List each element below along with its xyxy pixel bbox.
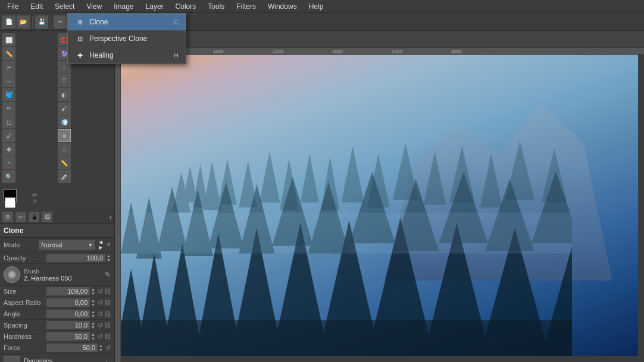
tool-rect-select[interactable]: ⬜ (2, 33, 15, 46)
background-color[interactable] (5, 197, 15, 208)
save-button[interactable]: 💾 (35, 15, 48, 29)
size-up[interactable]: ▲ (91, 287, 95, 291)
menu-clone-item[interactable]: ⊕ Clone C (68, 14, 186, 30)
menu-view[interactable]: View (82, 1, 107, 12)
hardness-up[interactable]: ▲ (91, 332, 95, 336)
angle-input[interactable]: 0,00 (46, 310, 90, 318)
tool-bucket-fill[interactable]: 🪣 (2, 88, 15, 101)
tool-blend[interactable]: ◐ (58, 88, 71, 101)
tool-dodge-burn[interactable]: ○ (58, 143, 71, 156)
tool-measure[interactable]: 📏 (58, 156, 71, 169)
aspect-ratio-input[interactable]: 0,00 (46, 298, 90, 307)
tool-free-select[interactable]: ✏️ (2, 47, 15, 60)
tool-paintbrush[interactable]: 🖌 (58, 102, 71, 115)
opacity-down[interactable]: ▼ (107, 258, 111, 262)
size-reset[interactable]: ↺ (98, 288, 103, 295)
tool-pencil[interactable]: ✏ (2, 102, 15, 115)
angle-row: Angle 0,00 ▲ ▼ ↺ ⛓ (0, 309, 114, 320)
open-button[interactable]: 📂 (17, 15, 30, 29)
cut-button[interactable]: ✂ (54, 15, 67, 29)
angle-link[interactable]: ⛓ (104, 310, 111, 317)
spacing-up[interactable]: ▲ (91, 321, 95, 325)
opacity-input[interactable]: 100,0 (46, 254, 105, 262)
menu-filters[interactable]: Filters (232, 1, 261, 12)
brush-label: Brush (24, 268, 101, 275)
size-link[interactable]: ⛓ (104, 288, 111, 295)
hardness-input[interactable]: 50,0 (46, 332, 90, 341)
size-down[interactable]: ▼ (91, 291, 95, 295)
brush-edit-btn[interactable]: ✎ (105, 270, 111, 279)
angle-up[interactable]: ▲ (91, 310, 95, 314)
menu-file[interactable]: File (2, 1, 23, 12)
menu-perspective-clone-item[interactable]: ⊞ Perspective Clone (68, 30, 186, 47)
menu-edit[interactable]: Edit (26, 1, 48, 12)
menu-tools[interactable]: Tools (203, 1, 229, 12)
spacing-link[interactable]: ⛓ (104, 322, 111, 329)
tool-zoom[interactable]: 🔍 (2, 170, 15, 183)
menu-image[interactable]: Image (109, 1, 138, 12)
ruler-label-2000: 2000 (332, 49, 343, 54)
mode-select[interactable]: Normal ▼ (39, 240, 95, 250)
tool-text[interactable]: T (58, 74, 71, 87)
force-input[interactable]: 50,0 (46, 344, 98, 352)
menu-select[interactable]: Select (50, 1, 79, 12)
healing-shortcut: H (174, 52, 179, 59)
tool-color-picker[interactable]: 💉 (58, 170, 71, 183)
opacity-up[interactable]: ▲ (107, 254, 111, 258)
tool-options-tab[interactable]: ⚙ (2, 212, 13, 222)
options-tabs: ⚙ ↩ 📱 🖼 › (0, 210, 114, 224)
healing-label: Healing (89, 51, 114, 59)
angle-down[interactable]: ▼ (91, 314, 95, 318)
hardness-down[interactable]: ▼ (91, 336, 95, 341)
svg-marker-13 (424, 151, 446, 204)
swap-colors[interactable]: ⇌ (32, 192, 37, 199)
hardness-label: Hardness (4, 333, 45, 340)
healing-icon: ✚ (75, 51, 85, 60)
image-canvas[interactable] (121, 55, 638, 356)
dynamics-icon[interactable]: ◈ (4, 356, 20, 362)
menu-windows[interactable]: Windows (263, 1, 302, 12)
undo-history-tab[interactable]: ↩ (15, 212, 26, 222)
brush-preview-inner (7, 270, 17, 279)
canvas-area[interactable]: 500 1000 1500 2000 2500 3000 (115, 48, 644, 362)
brush-preview[interactable] (4, 266, 20, 283)
mode-next[interactable]: ▶ (99, 245, 102, 250)
tool-clone[interactable]: ⊕ (58, 129, 71, 142)
hardness-link[interactable]: ⛓ (104, 333, 111, 340)
force-down[interactable]: ▼ (99, 348, 103, 352)
tool-flip[interactable]: ↔ (2, 74, 15, 87)
menu-healing-item[interactable]: ✚ Healing H (68, 47, 186, 64)
force-reset[interactable]: ↺ (105, 344, 111, 352)
size-input[interactable]: 109,00 (46, 287, 90, 295)
mode-prev[interactable]: ◀ (99, 240, 102, 245)
mode-reset[interactable]: ↺ (106, 242, 111, 248)
new-button[interactable]: 📄 (2, 15, 15, 29)
ruler-horizontal: 500 1000 1500 2000 2500 3000 (121, 48, 644, 55)
tool-crop[interactable]: ✂ (2, 61, 15, 74)
device-status-tab[interactable]: 📱 (29, 212, 39, 222)
spacing-reset[interactable]: ↺ (98, 322, 103, 329)
tool-heal[interactable]: ✚ (2, 143, 15, 156)
tool-airbrush[interactable]: 💨 (58, 115, 71, 128)
tool-eraser[interactable]: ◻ (2, 115, 15, 128)
images-tab[interactable]: 🖼 (42, 212, 52, 222)
angle-label: Angle (4, 310, 45, 317)
spacing-down[interactable]: ▼ (91, 325, 95, 329)
angle-reset[interactable]: ↺ (98, 310, 103, 318)
options-collapse-btn[interactable]: › (109, 212, 112, 222)
aspect-ratio-up[interactable]: ▲ (91, 298, 95, 303)
ruler-label-3000: 3000 (451, 49, 462, 54)
dynamics-title: Dynamics (24, 357, 101, 362)
menu-colors[interactable]: Colors (171, 1, 201, 12)
aspect-ratio-reset[interactable]: ↺ (98, 299, 103, 307)
tool-smudge[interactable]: ~ (2, 156, 15, 169)
hardness-reset[interactable]: ↺ (98, 333, 103, 341)
aspect-ratio-down[interactable]: ▼ (91, 303, 95, 307)
tool-ink[interactable]: 🖊 (2, 129, 15, 142)
force-up[interactable]: ▲ (99, 344, 103, 348)
spacing-input[interactable]: 10,0 (46, 321, 90, 329)
menu-layer[interactable]: Layer (141, 1, 168, 12)
reset-colors[interactable]: ↺ (32, 199, 37, 204)
menu-help[interactable]: Help (304, 1, 329, 12)
aspect-ratio-link[interactable]: ⛓ (104, 299, 111, 306)
